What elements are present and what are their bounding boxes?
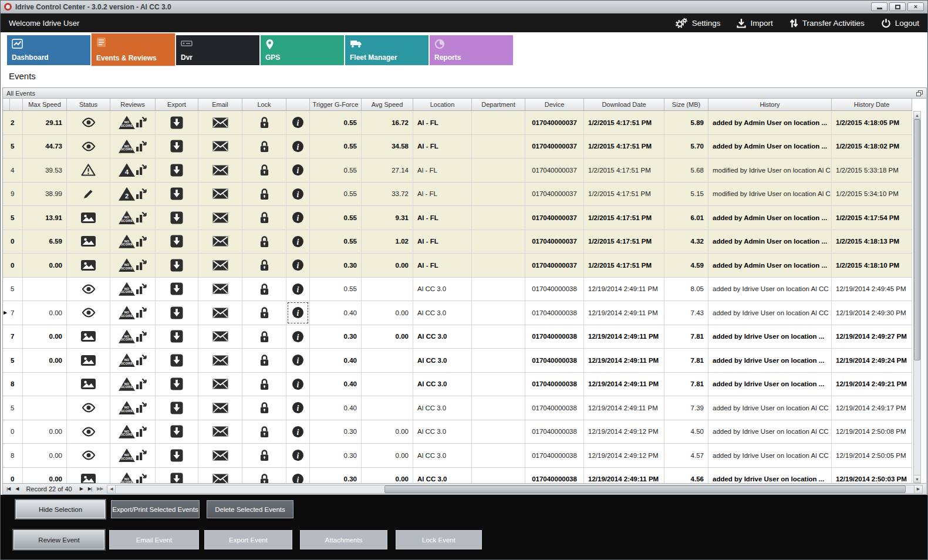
import-button[interactable]: Import [737, 18, 772, 28]
maximize-button[interactable] [889, 2, 906, 11]
table-row[interactable]: ▶ 9 38.99 2 i 0.55 33.72 Al - FL 0170400… [3, 183, 912, 207]
email-button[interactable] [198, 206, 242, 230]
minimize-button[interactable] [871, 2, 887, 11]
column-header-department[interactable]: Department [472, 99, 525, 110]
reviews-cell[interactable]: NOSCORE [110, 444, 156, 467]
export-button[interactable] [156, 158, 198, 182]
email-button[interactable] [198, 349, 242, 372]
info-button[interactable]: i [286, 111, 310, 134]
vertical-scrollbar-thumb[interactable] [914, 119, 920, 360]
export-button[interactable] [156, 183, 198, 206]
info-button[interactable]: i [286, 396, 310, 420]
status-icon[interactable] [67, 444, 110, 467]
email-button[interactable] [198, 278, 242, 301]
panel-restore-icon[interactable] [916, 90, 923, 96]
column-header-avg-speed[interactable]: Avg Speed [362, 99, 413, 110]
lock-button[interactable] [242, 444, 286, 467]
info-button[interactable]: i [286, 325, 310, 349]
scroll-down-icon[interactable]: ▼ [914, 475, 920, 483]
table-row[interactable]: ▶ 7 0.00 NOSCORE i 0.40 0.00 Al CC 3.0 0… [3, 301, 912, 325]
status-icon[interactable] [67, 183, 110, 206]
table-row[interactable]: ▶ 0 0.00 NOSCORE i 0.30 0.00 Al - FL 017… [3, 254, 912, 278]
email-button[interactable] [198, 373, 242, 396]
previous-record-button[interactable]: ◀ [14, 487, 19, 491]
lock-button[interactable] [242, 373, 286, 396]
info-button[interactable]: i [286, 158, 310, 182]
table-row[interactable]: ▶ 0 0.00 NOSCORE i 0.30 0.00 Al CC 3.0 0… [3, 468, 912, 484]
hide-selection-button[interactable]: Hide Selection [16, 500, 105, 518]
info-button[interactable]: i [286, 135, 310, 158]
table-row[interactable]: ▶ 5 0.00 NOSCORE i 0.40 Al CC 3.0 017040… [3, 349, 912, 373]
tab-fleet-manager[interactable]: Fleet Manager [345, 35, 428, 65]
review-event-button[interactable]: Review Event [14, 530, 104, 549]
close-button[interactable]: × [907, 2, 924, 11]
status-icon[interactable] [67, 301, 110, 325]
reviews-cell[interactable]: NOSCORE [110, 396, 156, 420]
scroll-right-icon[interactable]: ▶ [914, 485, 922, 493]
export-button[interactable] [156, 468, 198, 484]
export-button[interactable] [156, 254, 198, 277]
delete-selected-events-button[interactable]: Delete Selected Events [207, 500, 293, 518]
email-button[interactable] [198, 396, 242, 420]
table-row[interactable]: ▶ 5 13.91 NOSCORE i 0.55 9.31 Al - FL 01… [3, 206, 912, 230]
reviews-cell[interactable]: NOSCORE [110, 135, 156, 158]
reviews-cell[interactable]: NOSCORE [110, 349, 156, 372]
first-record-button[interactable]: |◀ [5, 487, 11, 491]
export-button[interactable] [156, 135, 198, 158]
lock-button[interactable] [242, 254, 286, 277]
table-row[interactable]: ▶ 5 NOSCORE i 0.55 Al CC 3.0 01704000003… [3, 278, 912, 302]
table-row[interactable]: ▶ 7 0.00 NOSCORE i 0.30 0.00 Al CC 3.0 0… [3, 325, 912, 349]
email-event-button[interactable]: Email Event [109, 530, 199, 549]
column-header-history[interactable]: History [708, 99, 832, 110]
tab-reports[interactable]: Reports [430, 35, 513, 65]
table-row[interactable]: ▶ 5 NOSCORE i 0.40 Al CC 3.0 01704000003… [3, 396, 912, 420]
column-header-download-date[interactable]: Download Date [584, 99, 664, 110]
lock-button[interactable] [242, 135, 286, 158]
info-button[interactable]: i [286, 349, 310, 372]
export-button[interactable] [156, 420, 198, 444]
export-button[interactable] [156, 396, 198, 420]
status-icon[interactable] [67, 254, 110, 277]
table-row[interactable]: ▶ 5 44.73 NOSCORE i 0.55 34.58 Al - FL 0… [3, 135, 912, 159]
lock-button[interactable] [242, 206, 286, 230]
email-button[interactable] [198, 158, 242, 182]
email-button[interactable] [198, 325, 242, 349]
export-print-selected-events-button[interactable]: Export/Print Selected Events [111, 500, 200, 518]
next-record-button[interactable]: ▶ [79, 487, 84, 491]
reviews-cell[interactable]: NOSCORE [110, 254, 156, 277]
table-row[interactable]: ▶ 4 39.53 4 i 0.55 27.14 Al - FL 0170400… [3, 158, 912, 183]
email-button[interactable] [198, 301, 242, 325]
lock-button[interactable] [242, 349, 286, 372]
reviews-cell[interactable]: NOSCORE [110, 278, 156, 301]
reviews-cell[interactable]: NOSCORE [110, 325, 156, 349]
info-button[interactable]: i [286, 444, 310, 467]
info-button[interactable]: i [286, 183, 310, 206]
export-button[interactable] [156, 206, 198, 230]
status-icon[interactable] [67, 278, 110, 301]
reviews-cell[interactable]: NOSCORE [110, 111, 156, 134]
reviews-cell[interactable]: NOSCORE [110, 206, 156, 230]
column-header-export[interactable]: Export [156, 99, 198, 110]
reviews-cell[interactable]: 2 [110, 183, 156, 206]
info-button[interactable]: i [286, 468, 310, 484]
column-header-email[interactable]: Email [198, 99, 242, 110]
lock-button[interactable] [242, 111, 286, 134]
info-button[interactable]: i [286, 420, 310, 444]
column-header-history-date[interactable]: History Date [832, 99, 912, 110]
status-icon[interactable] [67, 468, 110, 484]
lock-button[interactable] [242, 396, 286, 420]
status-icon[interactable] [67, 420, 110, 444]
column-header-lock[interactable]: Lock [242, 99, 286, 110]
lock-event-button[interactable]: Lock Event [396, 530, 482, 549]
table-row[interactable]: ▶ 0 6.59 NOSCORE i 0.55 1.02 Al - FL 017… [3, 230, 912, 254]
reviews-cell[interactable]: NOSCORE [110, 230, 156, 254]
email-button[interactable] [198, 468, 242, 484]
export-button[interactable] [156, 111, 198, 134]
status-icon[interactable] [67, 230, 110, 254]
attachments-button[interactable]: Attachments [300, 530, 387, 549]
info-button[interactable]: i [286, 206, 310, 230]
tab-dvr[interactable]: Dvr [176, 35, 259, 65]
export-event-button[interactable]: Export Event [204, 530, 292, 549]
tab-dashboard[interactable]: Dashboard [7, 35, 90, 65]
export-button[interactable] [156, 301, 198, 325]
